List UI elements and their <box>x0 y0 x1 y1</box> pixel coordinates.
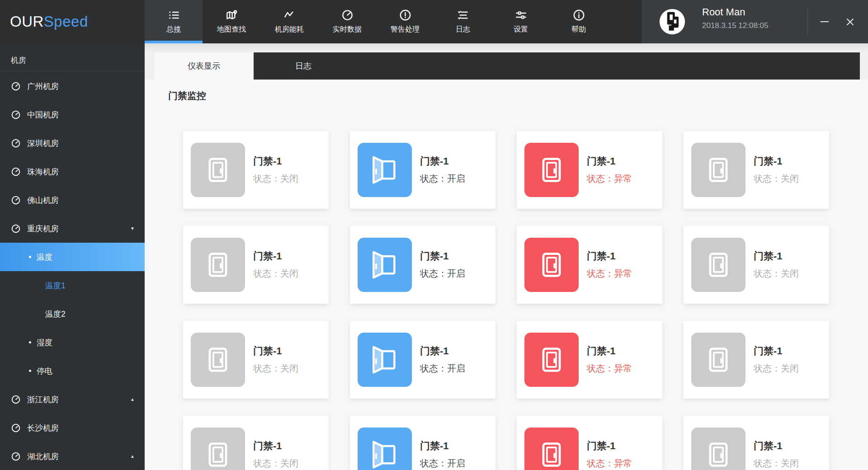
sidebar: 机房 广州机房 中国机房 深圳机房 珠海机房 佛山机房 重庆机房▼温度温度1温度… <box>0 43 145 470</box>
door-card[interactable]: 门禁-1状态：关闭 <box>183 416 329 470</box>
sidebar-item-佛山机房[interactable]: 佛山机房 <box>0 186 145 214</box>
door-closed-icon <box>524 333 579 387</box>
top-bar: OURSpeed 总揽 地图查找 机房能耗 实时数据 警告处理 日志 设置 帮助 <box>0 0 868 43</box>
map-search-icon <box>226 9 238 21</box>
nav-item-日志[interactable]: 日志 <box>434 0 492 43</box>
door-card[interactable]: 门禁-1状态：开启 <box>350 416 495 470</box>
gauge-icon <box>11 423 21 433</box>
sidebar-item-label: 佛山机房 <box>27 195 59 206</box>
sidebar-item-label: 温度1 <box>45 280 66 291</box>
door-card[interactable]: 门禁-1状态：关闭 <box>684 131 829 209</box>
gauge-icon <box>11 395 21 404</box>
sidebar-item-浙江机房[interactable]: 浙江机房▲ <box>0 385 145 414</box>
sidebar-item-重庆机房[interactable]: 重庆机房▼ <box>0 214 145 243</box>
minimize-button[interactable] <box>815 12 835 32</box>
chevron-down-icon[interactable]: ▼ <box>130 226 135 231</box>
door-closed-icon <box>691 143 745 197</box>
sidebar-item-label: 长沙机房 <box>27 423 59 433</box>
sidebar-item-珠海机房[interactable]: 珠海机房 <box>0 157 145 186</box>
sidebar-item-label: 浙江机房 <box>27 394 59 405</box>
door-card[interactable]: 门禁-1状态：异常 <box>517 226 662 304</box>
bullet-dot-icon <box>29 341 31 343</box>
door-card-grid: 门禁-1状态：关闭 门禁-1状态：开启 门禁-1状态：异常 门禁-1状态：关闭 … <box>183 131 829 470</box>
sidebar-item-停电[interactable]: 停电 <box>0 357 145 385</box>
chevron-up-icon[interactable]: ▲ <box>130 397 135 402</box>
sidebar-item-温度[interactable]: 温度 <box>0 243 145 271</box>
logo-part-our: OUR <box>10 13 44 30</box>
datetime-text: 2018.3.15 12:08:05 <box>702 21 769 30</box>
sidebar-item-湖北机房[interactable]: 湖北机房▲ <box>0 442 145 470</box>
door-card[interactable]: 门禁-1状态：开启 <box>350 321 495 399</box>
door-card[interactable]: 门禁-1状态：关闭 <box>684 416 829 470</box>
door-card[interactable]: 门禁-1状态：异常 <box>517 321 662 399</box>
door-closed-icon <box>191 238 245 292</box>
sidebar-item-长沙机房[interactable]: 长沙机房 <box>0 414 145 442</box>
door-card[interactable]: 门禁-1状态：开启 <box>350 226 495 304</box>
door-closed-icon <box>691 238 745 292</box>
sidebar-item-label: 中国机房 <box>27 109 59 120</box>
sidebar-item-温度1[interactable]: 温度1 <box>0 271 145 300</box>
nav-item-label: 机房能耗 <box>275 25 304 34</box>
bullet-dot-icon <box>29 256 31 258</box>
avatar-logo-icon <box>659 8 686 35</box>
app-logo: OURSpeed <box>10 0 88 43</box>
gauge-icon <box>11 167 21 177</box>
minimize-icon <box>821 21 829 22</box>
door-card-status: 状态：关闭 <box>253 362 298 375</box>
door-card[interactable]: 门禁-1状态：关闭 <box>183 226 329 304</box>
nav-item-实时数据[interactable]: 实时数据 <box>318 0 376 43</box>
door-card[interactable]: 门禁-1状态：异常 <box>517 416 662 470</box>
sidebar-item-label: 温度2 <box>45 309 66 320</box>
sidebar-item-中国机房[interactable]: 中国机房 <box>0 100 145 129</box>
help-info-icon <box>573 9 585 21</box>
door-card-title: 门禁-1 <box>420 249 449 263</box>
sidebar-item-label: 重庆机房 <box>27 223 59 234</box>
door-card-status: 状态：异常 <box>587 457 632 470</box>
nav-item-设置[interactable]: 设置 <box>492 0 550 43</box>
nav-item-机房能耗[interactable]: 机房能耗 <box>260 0 318 43</box>
content-panel: 门禁监控 门禁-1状态：关闭 门禁-1状态：开启 门禁-1状态：异常 门禁-1状… <box>145 80 868 470</box>
door-card[interactable]: 门禁-1状态：关闭 <box>684 321 829 399</box>
door-open-icon <box>358 428 412 470</box>
energy-trend-icon <box>283 9 296 21</box>
door-closed-icon <box>691 333 745 387</box>
door-card[interactable]: 门禁-1状态：异常 <box>517 131 662 209</box>
door-closed-icon <box>191 333 245 387</box>
door-card-status: 状态：开启 <box>420 457 465 470</box>
tab-log[interactable]: 日志 <box>254 52 353 80</box>
chevron-up-icon[interactable]: ▲ <box>130 454 135 459</box>
realtime-gauge-icon <box>341 9 354 21</box>
nav-item-地图查找[interactable]: 地图查找 <box>203 0 260 43</box>
nav-item-帮助[interactable]: 帮助 <box>550 0 608 43</box>
door-card[interactable]: 门禁-1状态：关闭 <box>183 131 329 209</box>
nav-item-总揽[interactable]: 总揽 <box>145 0 203 43</box>
door-card-title: 门禁-1 <box>420 344 449 358</box>
top-shadow-strip <box>145 43 868 52</box>
sidebar-item-温度2[interactable]: 温度2 <box>0 300 145 328</box>
door-open-icon <box>358 143 412 197</box>
vertical-divider <box>807 9 808 34</box>
door-card[interactable]: 门禁-1状态：关闭 <box>684 226 829 304</box>
tab-meter-display[interactable]: 仪表显示 <box>154 52 254 80</box>
nav-item-警告处理[interactable]: 警告处理 <box>376 0 434 43</box>
logo-part-speed: Speed <box>44 13 88 30</box>
close-button[interactable] <box>840 12 860 32</box>
sidebar-item-广州机房[interactable]: 广州机房 <box>0 72 145 100</box>
door-card-title: 门禁-1 <box>754 249 783 263</box>
nav-item-label: 总揽 <box>166 25 181 34</box>
door-card-status: 状态：关闭 <box>253 457 298 470</box>
door-card[interactable]: 门禁-1状态：关闭 <box>183 321 329 399</box>
door-closed-icon <box>691 428 745 470</box>
nav-item-label: 实时数据 <box>333 25 362 34</box>
sidebar-item-label: 深圳机房 <box>27 138 59 149</box>
door-card-status: 状态：关闭 <box>754 268 799 280</box>
user-avatar[interactable] <box>659 8 686 35</box>
door-card[interactable]: 门禁-1状态：开启 <box>350 131 495 209</box>
door-card-title: 门禁-1 <box>587 344 616 358</box>
gauge-icon <box>11 110 21 120</box>
settings-sliders-icon <box>515 9 527 21</box>
sidebar-item-深圳机房[interactable]: 深圳机房 <box>0 129 145 157</box>
door-card-title: 门禁-1 <box>253 439 282 453</box>
gauge-icon <box>11 81 21 91</box>
sidebar-item-湿度[interactable]: 湿度 <box>0 328 145 357</box>
